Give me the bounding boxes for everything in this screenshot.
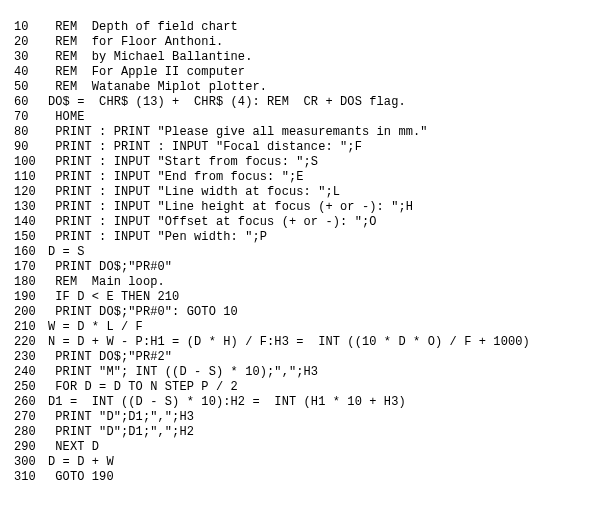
- line-number: 230: [14, 350, 48, 365]
- code-line: 280 PRINT "D";D1;",";H2: [14, 425, 586, 440]
- code-line: 150 PRINT : INPUT "Pen width: ";P: [14, 230, 586, 245]
- line-number: 30: [14, 50, 48, 65]
- line-code: REM for Floor Anthoni.: [48, 35, 223, 49]
- line-number: 270: [14, 410, 48, 425]
- code-line: 80 PRINT : PRINT "Please give all measur…: [14, 125, 586, 140]
- code-line: 200 PRINT DO$;"PR#0": GOTO 10: [14, 305, 586, 320]
- line-number: 110: [14, 170, 48, 185]
- line-code: REM For Apple II computer: [48, 65, 245, 79]
- line-code: PRINT "M"; INT ((D - S) * 10);",";H3: [48, 365, 318, 379]
- code-listing: 10 REM Depth of field chart20 REM for Fl…: [0, 0, 600, 505]
- line-code: DO$ = CHR$ (13) + CHR$ (4): REM CR + DOS…: [48, 95, 406, 109]
- code-line: 20 REM for Floor Anthoni.: [14, 35, 586, 50]
- code-line: 110 PRINT : INPUT "End from focus: ";E: [14, 170, 586, 185]
- code-line: 130 PRINT : INPUT "Line height at focus …: [14, 200, 586, 215]
- line-number: 280: [14, 425, 48, 440]
- line-number: 240: [14, 365, 48, 380]
- line-code: PRINT : INPUT "Line height at focus (+ o…: [48, 200, 413, 214]
- code-line: 30 REM by Michael Ballantine.: [14, 50, 586, 65]
- line-number: 180: [14, 275, 48, 290]
- line-code: D1 = INT ((D - S) * 10):H2 = INT (H1 * 1…: [48, 395, 406, 409]
- line-number: 20: [14, 35, 48, 50]
- line-code: NEXT D: [48, 440, 99, 454]
- line-code: HOME: [48, 110, 85, 124]
- line-number: 60: [14, 95, 48, 110]
- line-number: 130: [14, 200, 48, 215]
- code-line: 70 HOME: [14, 110, 586, 125]
- code-line: 250 FOR D = D TO N STEP P / 2: [14, 380, 586, 395]
- code-line: 300D = D + W: [14, 455, 586, 470]
- code-line: 190 IF D < E THEN 210: [14, 290, 586, 305]
- code-line: 160D = S: [14, 245, 586, 260]
- line-code: REM by Michael Ballantine.: [48, 50, 252, 64]
- line-code: D = S: [48, 245, 85, 259]
- code-line: 290 NEXT D: [14, 440, 586, 455]
- line-number: 260: [14, 395, 48, 410]
- code-line: 100 PRINT : INPUT "Start from focus: ";S: [14, 155, 586, 170]
- line-code: PRINT DO$;"PR#0": GOTO 10: [48, 305, 238, 319]
- line-number: 310: [14, 470, 48, 485]
- code-line: 60DO$ = CHR$ (13) + CHR$ (4): REM CR + D…: [14, 95, 586, 110]
- line-code: IF D < E THEN 210: [48, 290, 179, 304]
- line-number: 10: [14, 20, 48, 35]
- line-code: PRINT : PRINT "Please give all measurema…: [48, 125, 428, 139]
- line-number: 50: [14, 80, 48, 95]
- line-code: PRINT : INPUT "Start from focus: ";S: [48, 155, 318, 169]
- line-code: REM Depth of field chart: [48, 20, 238, 34]
- code-line: 90 PRINT : PRINT : INPUT "Focal distance…: [14, 140, 586, 155]
- line-code: D = D + W: [48, 455, 114, 469]
- line-code: FOR D = D TO N STEP P / 2: [48, 380, 238, 394]
- code-line: 120 PRINT : INPUT "Line width at focus: …: [14, 185, 586, 200]
- code-line: 310 GOTO 190: [14, 470, 586, 485]
- line-number: 300: [14, 455, 48, 470]
- line-number: 200: [14, 305, 48, 320]
- line-number: 100: [14, 155, 48, 170]
- line-code: PRINT : INPUT "Offset at focus (+ or -):…: [48, 215, 377, 229]
- line-number: 170: [14, 260, 48, 275]
- line-code: REM Main loop.: [48, 275, 165, 289]
- line-number: 190: [14, 290, 48, 305]
- line-number: 120: [14, 185, 48, 200]
- line-number: 160: [14, 245, 48, 260]
- line-code: PRINT "D";D1;",";H3: [48, 410, 194, 424]
- code-line: 10 REM Depth of field chart: [14, 20, 586, 35]
- code-line: 140 PRINT : INPUT "Offset at focus (+ or…: [14, 215, 586, 230]
- code-line: 40 REM For Apple II computer: [14, 65, 586, 80]
- code-line: 240 PRINT "M"; INT ((D - S) * 10);",";H3: [14, 365, 586, 380]
- code-line: 210W = D * L / F: [14, 320, 586, 335]
- line-number: 290: [14, 440, 48, 455]
- line-code: PRINT : INPUT "Pen width: ";P: [48, 230, 267, 244]
- line-code: PRINT DO$;"PR#2": [48, 350, 172, 364]
- line-code: W = D * L / F: [48, 320, 143, 334]
- line-number: 250: [14, 380, 48, 395]
- line-number: 220: [14, 335, 48, 350]
- line-number: 140: [14, 215, 48, 230]
- line-code: PRINT "D";D1;",";H2: [48, 425, 194, 439]
- code-line: 50 REM Watanabe Miplot plotter.: [14, 80, 586, 95]
- line-code: PRINT DO$;"PR#0": [48, 260, 172, 274]
- line-code: REM Watanabe Miplot plotter.: [48, 80, 267, 94]
- code-line: 220N = D + W - P:H1 = (D * H) / F:H3 = I…: [14, 335, 586, 350]
- line-number: 210: [14, 320, 48, 335]
- line-code: N = D + W - P:H1 = (D * H) / F:H3 = INT …: [48, 335, 530, 349]
- line-code: PRINT : INPUT "Line width at focus: ";L: [48, 185, 340, 199]
- code-line: 230 PRINT DO$;"PR#2": [14, 350, 586, 365]
- line-code: PRINT : INPUT "End from focus: ";E: [48, 170, 304, 184]
- line-number: 70: [14, 110, 48, 125]
- line-number: 150: [14, 230, 48, 245]
- code-line: 170 PRINT DO$;"PR#0": [14, 260, 586, 275]
- code-line: 260D1 = INT ((D - S) * 10):H2 = INT (H1 …: [14, 395, 586, 410]
- line-number: 80: [14, 125, 48, 140]
- line-code: GOTO 190: [48, 470, 114, 484]
- line-number: 90: [14, 140, 48, 155]
- line-number: 40: [14, 65, 48, 80]
- code-line: 180 REM Main loop.: [14, 275, 586, 290]
- line-code: PRINT : PRINT : INPUT "Focal distance: "…: [48, 140, 362, 154]
- code-line: 270 PRINT "D";D1;",";H3: [14, 410, 586, 425]
